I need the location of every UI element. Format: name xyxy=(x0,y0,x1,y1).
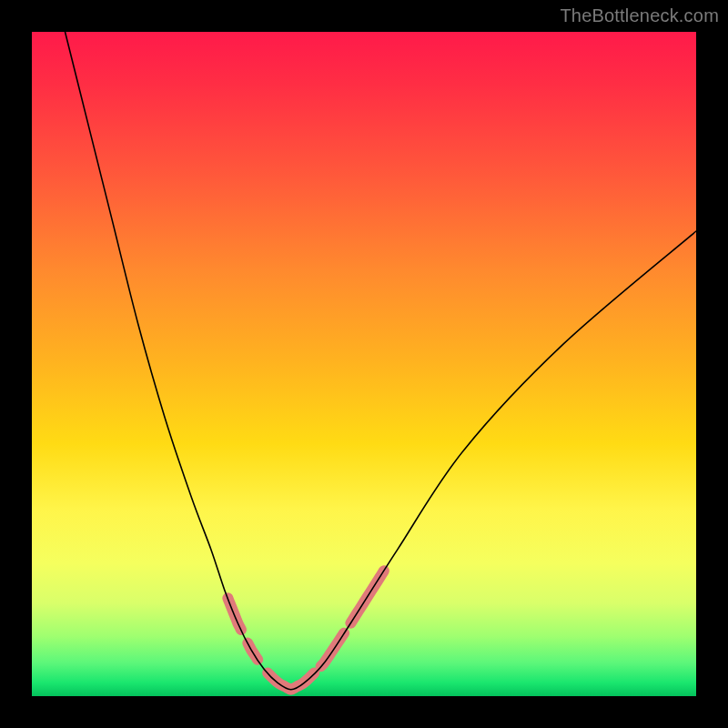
watermark-text: TheBottleneck.com xyxy=(560,5,719,26)
curve-svg xyxy=(32,32,696,696)
chart-frame: TheBottleneck.com xyxy=(0,0,728,728)
bottleneck-curve xyxy=(66,32,697,690)
highlight-group xyxy=(228,571,384,689)
plot-area xyxy=(32,32,696,696)
